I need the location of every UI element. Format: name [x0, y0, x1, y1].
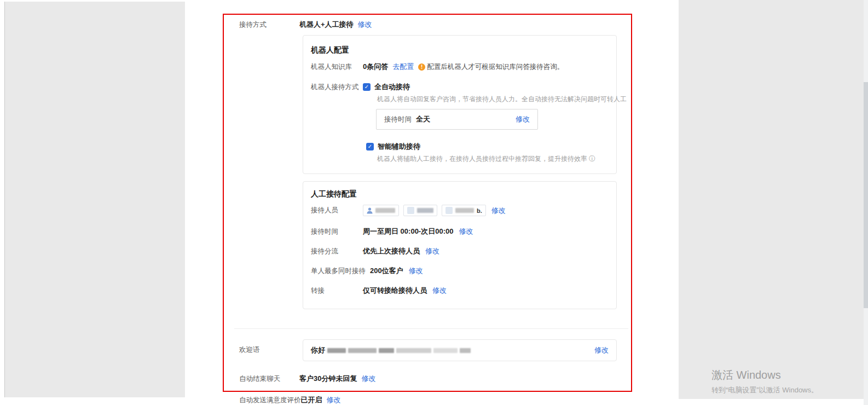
windows-activation-watermark: 激活 Windows 转到“电脑设置”以激活 Windows。 [711, 368, 818, 395]
transfer-value: 仅可转接给接待人员 [363, 286, 427, 296]
manual-config-title: 人工接待配置 [311, 189, 357, 199]
smart-assist-row: ✓ 智能辅助接待 [366, 142, 420, 152]
robot-config-card: 机器人配置 机器人知识库 0条问答 去配置 ! 配置后机器人才可根据知识库问答接… [303, 35, 617, 174]
welcome-row: 欢迎语 [239, 345, 299, 355]
transfer-modify-link[interactable]: 修改 [432, 286, 447, 296]
full-auto-title: 全自动接待 [374, 82, 410, 92]
auto-end-chat-modify-link[interactable]: 修改 [361, 374, 375, 384]
redacted-name [375, 208, 395, 213]
max-concurrent-row: 单人最多同时接待 200位客户 修改 [311, 266, 423, 276]
person-icon [367, 207, 373, 214]
max-concurrent-modify-link[interactable]: 修改 [409, 266, 423, 276]
staff-chip: b. [442, 205, 486, 216]
knowledge-base-configure-link[interactable]: 去配置 [392, 62, 414, 72]
reception-time-modify-link[interactable]: 修改 [459, 227, 473, 236]
auto-end-chat-label: 自动结束聊天 [239, 374, 299, 384]
watermark-subtitle: 转到“电脑设置”以激活 Windows。 [711, 385, 818, 395]
reception-method-value: 机器人+人工接待 [299, 20, 354, 30]
scrollbar-track[interactable] [864, 0, 868, 405]
reception-method-label: 接待方式 [239, 20, 299, 30]
staff-label: 接待人员 [311, 206, 363, 215]
staff-row: 接待人员 b. 修改 [311, 205, 506, 216]
welcome-label: 欢迎语 [239, 345, 299, 355]
auto-end-chat-row: 自动结束聊天 客户30分钟未回复 修改 [239, 374, 375, 384]
reception-time-row: 接待时间 周一至周日 00:00-次日00:00 修改 [311, 227, 473, 236]
avatar [445, 207, 453, 214]
reception-time-label: 接待时间 [311, 227, 363, 236]
section-divider [234, 328, 628, 329]
auto-satisfaction-value: 已开启 [301, 395, 322, 405]
knowledge-base-row: 机器人知识库 0条问答 去配置 ! 配置后机器人才可根据知识库问答接待咨询。 [311, 62, 564, 72]
avatar [407, 207, 414, 214]
auto-satisfaction-row: 自动发送满意度评价 已开启 修改 [239, 395, 341, 405]
scrollbar-thumb[interactable] [864, 82, 868, 308]
watermark-title: 激活 Windows [711, 368, 818, 383]
reception-method-row: 接待方式 机器人+人工接待 修改 [239, 20, 372, 30]
staff-chip [363, 205, 399, 216]
full-auto-desc: 机器人将自动回复客户咨询，节省接待人员人力。全自动接待无法解决问题时可转人工 [377, 95, 627, 104]
auto-satisfaction-modify-link[interactable]: 修改 [327, 395, 341, 405]
staff-chip-suffix: b. [477, 207, 482, 214]
robot-config-title: 机器人配置 [311, 45, 349, 55]
routing-value: 优先上次接待人员 [363, 246, 420, 256]
smart-assist-desc: 机器人将辅助人工接待，在接待人员接待过程中推荐回复，提升接待效率 [377, 155, 587, 163]
knowledge-base-warning-note: 配置后机器人才可根据知识库问答接待咨询。 [427, 62, 564, 72]
reception-method-modify-link[interactable]: 修改 [358, 20, 372, 30]
robot-mode-row: 机器人接待方式 ✓ 全自动接待 [311, 82, 410, 92]
transfer-row: 转接 仅可转接给接待人员 修改 [311, 286, 447, 296]
auto-end-chat-value: 客户30分钟未回复 [299, 374, 357, 384]
staff-chip [403, 205, 437, 216]
transfer-label: 转接 [311, 286, 363, 296]
staff-modify-link[interactable]: 修改 [491, 206, 506, 216]
redacted-welcome-text [327, 348, 471, 353]
routing-modify-link[interactable]: 修改 [425, 246, 439, 256]
page-root: 激活 Windows 转到“电脑设置”以激活 Windows。 接待方式 机器人… [0, 0, 868, 405]
routing-label: 接待分流 [311, 247, 363, 256]
warning-icon: ! [418, 63, 425, 71]
max-concurrent-label: 单人最多同时接待 [311, 267, 366, 276]
reception-time-value: 周一至周日 00:00-次日00:00 [363, 227, 453, 236]
robot-time-modify-link[interactable]: 修改 [516, 114, 530, 124]
redacted-name [417, 208, 433, 213]
smart-assist-desc-row: 机器人将辅助人工接待，在接待人员接待过程中推荐回复，提升接待效率ⓘ [377, 154, 595, 164]
max-concurrent-value: 200位客户 [370, 266, 403, 276]
auto-satisfaction-label: 自动发送满意度评价 [239, 396, 301, 405]
knowledge-base-count: 0条问答 [363, 62, 388, 72]
robot-time-box: 接待时间 全天 修改 [376, 109, 538, 130]
welcome-visible-text: 你好 [311, 345, 325, 355]
robot-time-value: 全天 [416, 114, 430, 124]
welcome-message-box: 你好 修改 [303, 339, 617, 361]
smart-assist-checkbox[interactable]: ✓ [366, 143, 374, 151]
knowledge-base-label: 机器人知识库 [311, 62, 363, 72]
smart-assist-title: 智能辅助接待 [378, 142, 420, 152]
manual-config-card: 人工接待配置 接待人员 b. 修改 接待时间 周一至周日 00:00-次日00:… [303, 181, 617, 309]
redacted-name [455, 208, 474, 213]
routing-row: 接待分流 优先上次接待人员 修改 [311, 246, 439, 256]
right-gutter-panel [679, 0, 864, 399]
welcome-modify-link[interactable]: 修改 [594, 345, 609, 355]
robot-time-label: 接待时间 [384, 115, 412, 124]
robot-mode-label: 机器人接待方式 [311, 83, 363, 92]
left-gutter-panel [4, 2, 185, 397]
full-auto-checkbox[interactable]: ✓ [363, 83, 371, 91]
info-icon[interactable]: ⓘ [589, 155, 595, 163]
